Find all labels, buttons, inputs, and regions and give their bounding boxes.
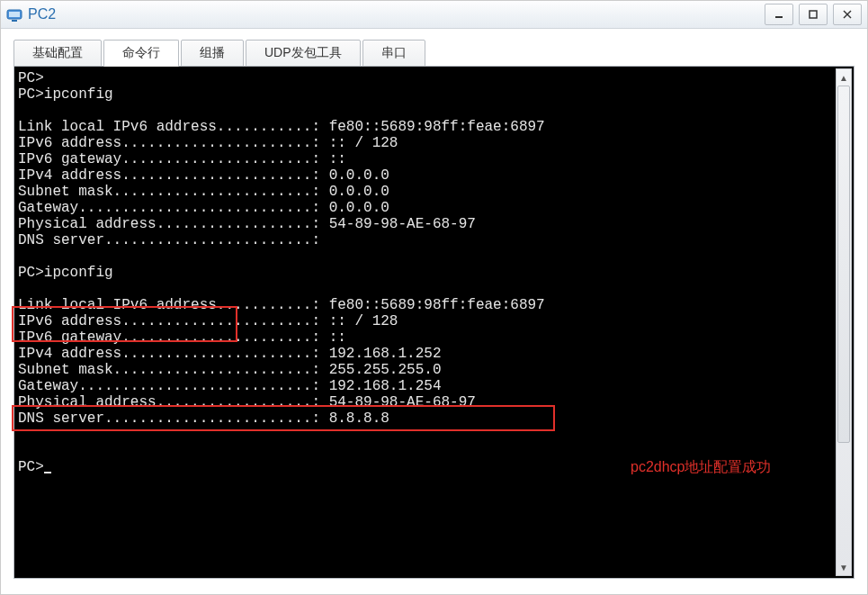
tab-serial[interactable]: 串口	[362, 40, 425, 67]
svg-rect-2	[12, 20, 17, 22]
app-icon	[6, 6, 22, 23]
scroll-track[interactable]	[837, 86, 851, 559]
title-left: PC2	[6, 6, 56, 23]
scroll-up-arrow[interactable]: ▲	[837, 69, 851, 86]
tab-bar: 基础配置 命令行 组播 UDP发包工具 串口	[13, 40, 855, 67]
scroll-thumb[interactable]	[837, 86, 850, 443]
svg-rect-1	[9, 12, 20, 17]
window-title: PC2	[28, 6, 56, 23]
content-area: 基础配置 命令行 组播 UDP发包工具 串口 PC> PC>ipconfig L…	[1, 29, 867, 595]
tab-udp-tool[interactable]: UDP发包工具	[246, 40, 361, 67]
tab-multicast[interactable]: 组播	[181, 40, 244, 67]
minimize-button[interactable]	[765, 4, 793, 25]
tab-command-line[interactable]: 命令行	[103, 40, 179, 67]
tab-basic-config[interactable]: 基础配置	[13, 40, 102, 67]
scroll-down-arrow[interactable]: ▼	[837, 559, 851, 575]
terminal-output[interactable]: PC> PC>ipconfig Link local IPv6 address.…	[14, 67, 854, 578]
svg-rect-4	[810, 11, 817, 18]
terminal-container: PC> PC>ipconfig Link local IPv6 address.…	[13, 66, 855, 579]
close-button[interactable]	[833, 4, 862, 25]
window-titlebar: PC2	[1, 1, 867, 29]
maximize-button[interactable]	[799, 4, 828, 25]
vertical-scrollbar[interactable]: ▲ ▼	[836, 68, 852, 576]
window-controls	[765, 4, 865, 25]
